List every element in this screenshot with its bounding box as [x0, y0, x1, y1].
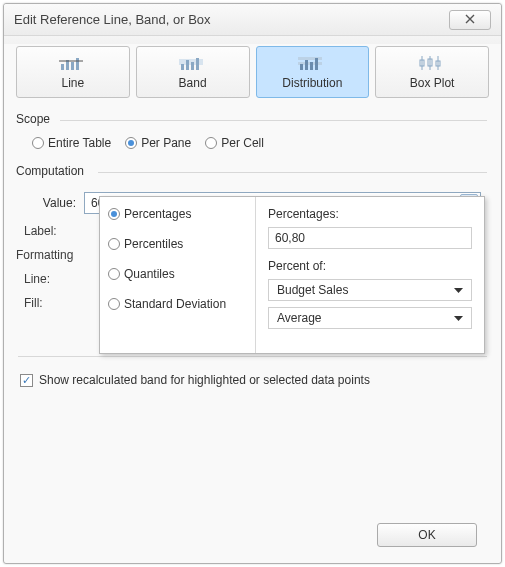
titlebar: Edit Reference Line, Band, or Box — [4, 4, 501, 36]
scope-options: Entire Table Per Pane Per Cell — [16, 130, 489, 164]
svg-rect-15 — [315, 58, 318, 70]
ok-button[interactable]: OK — [377, 523, 477, 547]
scope-heading: Scope — [16, 112, 489, 126]
tab-line-label: Line — [62, 76, 85, 90]
window-title: Edit Reference Line, Band, or Box — [14, 12, 211, 27]
computation-heading: Computation — [16, 164, 489, 178]
option-standard-deviation[interactable]: Standard Deviation — [108, 297, 247, 311]
close-icon — [465, 13, 475, 27]
radio-icon — [32, 137, 44, 149]
tab-boxplot[interactable]: Box Plot — [375, 46, 489, 98]
svg-rect-12 — [300, 64, 303, 70]
distribution-config: Percentages: 60,80 Percent of: Budget Sa… — [256, 197, 484, 353]
radio-icon — [205, 137, 217, 149]
distribution-icon — [298, 54, 326, 72]
option-percentages[interactable]: Percentages — [108, 207, 247, 221]
value-label: Value: — [24, 196, 84, 210]
percentages-heading: Percentages: — [268, 207, 472, 221]
svg-rect-14 — [310, 62, 313, 70]
fill-label: Fill: — [24, 296, 43, 310]
tab-line[interactable]: Line — [16, 46, 130, 98]
scope-per-cell[interactable]: Per Cell — [205, 136, 264, 150]
radio-icon — [108, 298, 120, 310]
chevron-down-icon — [454, 283, 469, 297]
option-quantiles[interactable]: Quantiles — [108, 267, 247, 281]
radio-icon — [108, 268, 120, 280]
dialog-footer: OK — [377, 523, 477, 547]
scope-per-pane[interactable]: Per Pane — [125, 136, 191, 150]
value-dropdown-popup: Percentages Percentiles Quantiles Standa… — [99, 196, 485, 354]
boxplot-icon — [418, 54, 446, 72]
svg-rect-7 — [186, 60, 189, 70]
recalc-option[interactable]: Show recalculated band for highlighted o… — [16, 373, 489, 387]
tab-boxplot-label: Box Plot — [410, 76, 455, 90]
tab-distribution[interactable]: Distribution — [256, 46, 370, 98]
formatting-label: Formatting — [16, 248, 81, 262]
line-icon — [59, 54, 87, 72]
radio-icon — [108, 238, 120, 250]
tab-band-label: Band — [179, 76, 207, 90]
percent-of-field-select[interactable]: Budget Sales — [268, 279, 472, 301]
svg-rect-8 — [191, 62, 194, 70]
svg-rect-6 — [181, 64, 184, 70]
radio-icon — [125, 137, 137, 149]
band-icon — [179, 54, 207, 72]
dialog-edit-reference: Edit Reference Line, Band, or Box Line B… — [3, 3, 502, 564]
chevron-down-icon — [454, 311, 469, 325]
svg-rect-0 — [61, 64, 64, 70]
option-percentiles[interactable]: Percentiles — [108, 237, 247, 251]
svg-rect-9 — [196, 58, 199, 70]
tab-distribution-label: Distribution — [282, 76, 342, 90]
type-tabs: Line Band Distribution Box Plot — [16, 46, 489, 98]
svg-rect-10 — [298, 57, 322, 60]
svg-rect-2 — [71, 62, 74, 70]
tab-band[interactable]: Band — [136, 46, 250, 98]
distribution-type-list: Percentages Percentiles Quantiles Standa… — [100, 197, 256, 353]
checkbox-icon — [20, 374, 33, 387]
svg-rect-13 — [305, 60, 308, 70]
divider — [18, 356, 487, 357]
percent-of-agg-select[interactable]: Average — [268, 307, 472, 329]
close-button[interactable] — [449, 10, 491, 30]
label-label: Label: — [24, 224, 57, 238]
percent-of-heading: Percent of: — [268, 259, 472, 273]
scope-entire-table[interactable]: Entire Table — [32, 136, 111, 150]
radio-icon — [108, 208, 120, 220]
svg-rect-3 — [76, 58, 79, 70]
percentages-input[interactable]: 60,80 — [268, 227, 472, 249]
line-label: Line: — [24, 272, 50, 286]
